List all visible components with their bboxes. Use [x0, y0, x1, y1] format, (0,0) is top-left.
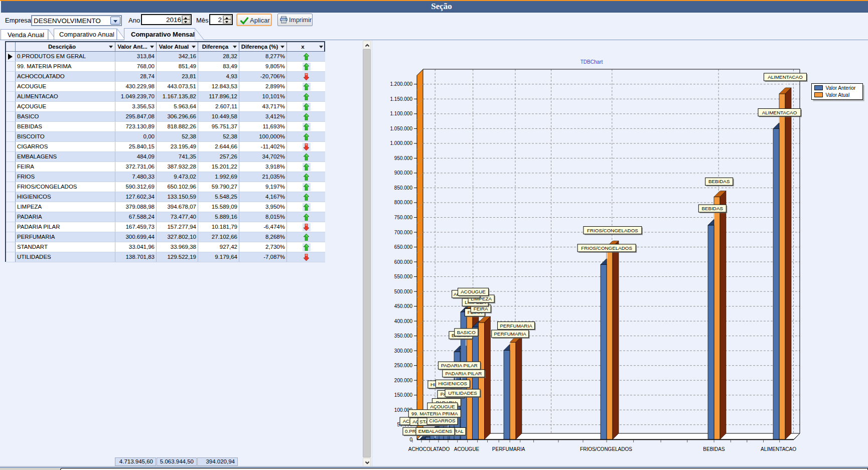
svg-text:PERFUMARIA: PERFUMARIA [500, 323, 532, 329]
svg-text:700.000: 700.000 [394, 230, 413, 235]
svg-text:550.000: 550.000 [394, 274, 413, 279]
svg-text:BEBIDAS: BEBIDAS [708, 179, 730, 184]
svg-text:FRIOS/CONGELADOS: FRIOS/CONGELADOS [581, 245, 632, 251]
svg-text:400.000: 400.000 [394, 319, 413, 324]
svg-text:250.000: 250.000 [394, 363, 413, 368]
svg-text:PADARIA PILAR: PADARIA PILAR [441, 363, 478, 368]
svg-text:1.000.000: 1.000.000 [390, 140, 413, 146]
svg-text:ACHOCOLATADO: ACHOCOLATADO [408, 446, 450, 452]
svg-text:PERFUMARIA: PERFUMARIA [494, 331, 527, 337]
svg-text:ACOUGUE: ACOUGUE [454, 446, 480, 452]
svg-text:650.000: 650.000 [394, 244, 413, 250]
svg-text:BEBIDAS: BEBIDAS [703, 446, 725, 452]
svg-text:1.050.000: 1.050.000 [390, 126, 413, 131]
svg-text:ACOUGUE: ACOUGUE [461, 289, 486, 294]
svg-text:ALIMENTACAO: ALIMENTACAO [761, 446, 796, 452]
svg-text:350.000: 350.000 [394, 333, 413, 339]
svg-text:Valor Anterior: Valor Anterior [826, 85, 856, 91]
svg-text:AÇOUGUE: AÇOUGUE [430, 404, 455, 409]
svg-text:PADARIA PILAR: PADARIA PILAR [446, 371, 482, 376]
svg-text:150.000: 150.000 [394, 392, 413, 398]
svg-text:UTILIDADES: UTILIDADES [448, 390, 477, 396]
svg-text:ALIMENTACAO: ALIMENTACAO [768, 74, 803, 80]
svg-text:CIGARROS: CIGARROS [429, 418, 456, 423]
svg-text:900.000: 900.000 [394, 170, 413, 176]
svg-text:600.000: 600.000 [394, 259, 413, 265]
svg-text:500.000: 500.000 [394, 289, 413, 294]
svg-text:1.150.000: 1.150.000 [390, 96, 413, 102]
svg-text:Valor Atual: Valor Atual [826, 92, 850, 98]
svg-text:PERFUMARIA: PERFUMARIA [492, 446, 525, 452]
svg-text:300.000: 300.000 [394, 348, 413, 354]
svg-text:EMBALAGENS: EMBALAGENS [418, 428, 453, 434]
svg-text:ALIMENTACAO: ALIMENTACAO [762, 110, 797, 115]
svg-text:950.000: 950.000 [394, 155, 413, 161]
svg-text:BEBIDAS: BEBIDAS [702, 206, 724, 211]
svg-text:TDBChart: TDBChart [581, 59, 603, 65]
svg-text:HIGIENICOS: HIGIENICOS [438, 381, 467, 386]
svg-text:1.200.000: 1.200.000 [390, 81, 413, 87]
svg-text:1.100.000: 1.100.000 [390, 111, 413, 116]
svg-text:200.000: 200.000 [394, 378, 413, 383]
svg-text:FRIOS/CONGELADOS: FRIOS/CONGELADOS [580, 446, 632, 452]
svg-text:99. MATERIA PRIMA: 99. MATERIA PRIMA [411, 411, 458, 416]
svg-text:BASICO: BASICO [457, 330, 476, 335]
svg-text:FRIOS/CONGELADOS: FRIOS/CONGELADOS [587, 228, 638, 233]
svg-text:800.000: 800.000 [394, 200, 413, 205]
svg-text:850.000: 850.000 [394, 185, 413, 191]
svg-text:450.000: 450.000 [394, 303, 413, 309]
svg-text:750.000: 750.000 [394, 215, 413, 220]
